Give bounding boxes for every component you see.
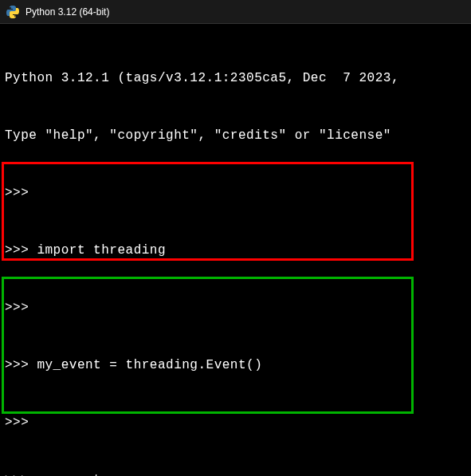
highlight-green-box	[2, 277, 414, 414]
terminal-line: >>> import threading	[5, 241, 466, 260]
window-title-bar: Python 3.12 (64-bit)	[0, 0, 471, 24]
terminal-line: >>>	[5, 183, 466, 203]
terminal-line: >>>	[5, 298, 466, 317]
terminal-line: Type "help", "copyright", "credits" or "…	[5, 126, 466, 145]
terminal-line: >>>	[5, 413, 466, 432]
python-icon	[6, 6, 19, 18]
window-title: Python 3.12 (64-bit)	[26, 6, 109, 18]
terminal-line: >>> my_event = threading.Event()	[5, 356, 466, 375]
terminal-output[interactable]: Python 3.12.1 (tags/v3.12.1:2305ca5, Dec…	[0, 24, 471, 476]
terminal-line: >>> my_event	[5, 470, 466, 476]
terminal-line: Python 3.12.1 (tags/v3.12.1:2305ca5, Dec…	[5, 69, 466, 88]
